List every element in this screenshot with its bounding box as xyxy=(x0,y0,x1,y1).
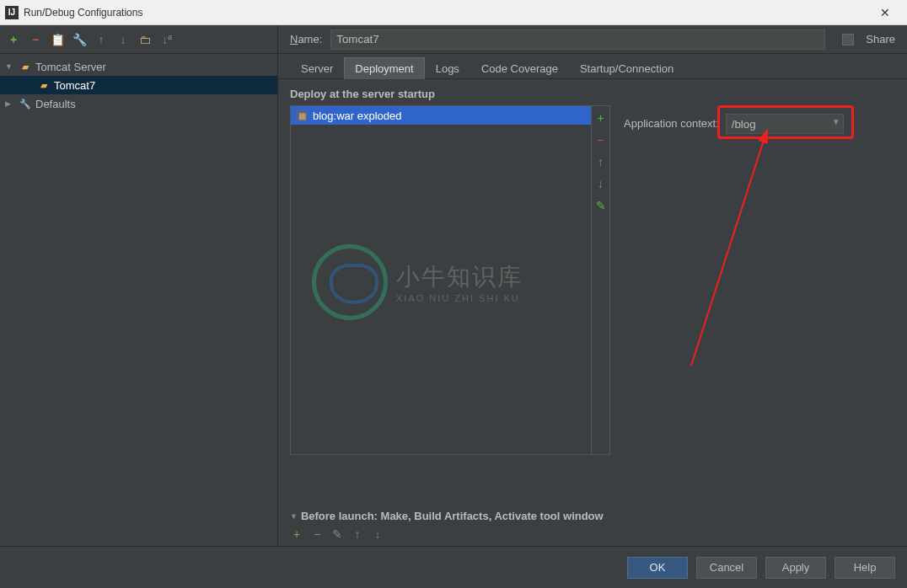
expand-arrow-icon[interactable]: ▶ xyxy=(5,99,15,108)
name-label: Name: xyxy=(290,33,322,45)
configurations-sidebar: + − 📋 🔧 ↑ ↓ 🗀 ↓ª ▼ ▰ Tomcat Server ▶ ▰ T… xyxy=(0,25,278,546)
add-config-icon[interactable]: + xyxy=(5,31,22,48)
tab-server[interactable]: Server xyxy=(290,57,344,79)
folder-icon[interactable]: 🗀 xyxy=(137,31,153,48)
config-tree[interactable]: ▼ ▰ Tomcat Server ▶ ▰ Tomcat7 ▶ 🔧 Defaul… xyxy=(0,54,277,116)
artifact-side-buttons: + − ↑ ↓ ✎ xyxy=(591,106,609,454)
name-row: Name: Share xyxy=(278,25,907,54)
artifact-list[interactable]: ▦ blog:war exploded xyxy=(291,106,591,454)
tab-deployment[interactable]: Deployment xyxy=(344,57,424,79)
before-launch-title: Before launch: Make, Build Artifacts, Ac… xyxy=(301,510,604,522)
sidebar-toolbar: + − 📋 🔧 ↑ ↓ 🗀 ↓ª xyxy=(0,25,277,54)
tree-label: Defaults xyxy=(35,98,76,110)
tree-item-tomcat-server[interactable]: ▼ ▰ Tomcat Server xyxy=(0,57,277,76)
move-artifact-up-icon[interactable]: ↑ xyxy=(594,155,608,168)
application-context-input[interactable] xyxy=(726,114,844,134)
artifact-label: blog:war exploded xyxy=(313,110,402,122)
wrench-icon: 🔧 xyxy=(19,97,32,110)
tree-item-tomcat7[interactable]: ▶ ▰ Tomcat7 xyxy=(0,76,277,94)
application-context-label: Application context: xyxy=(624,114,719,130)
tree-label: Tomcat Server xyxy=(35,61,106,73)
before-launch-down-icon[interactable]: ↓ xyxy=(371,527,384,541)
move-down-icon[interactable]: ↓ xyxy=(115,31,131,48)
tree-item-defaults[interactable]: ▶ 🔧 Defaults xyxy=(0,94,277,113)
dialog-button-bar: OK Cancel Apply Help xyxy=(0,546,907,588)
window-titlebar: IJ Run/Debug Configurations ✕ xyxy=(0,0,907,25)
close-icon[interactable]: ✕ xyxy=(868,0,902,25)
before-launch-edit-icon[interactable]: ✎ xyxy=(330,527,344,541)
move-up-icon[interactable]: ↑ xyxy=(93,31,110,48)
tree-label: Tomcat7 xyxy=(54,79,95,92)
tomcat-icon: ▰ xyxy=(37,78,51,92)
window-title: Run/Debug Configurations xyxy=(24,7,868,19)
tab-logs[interactable]: Logs xyxy=(425,57,470,79)
app-icon: IJ xyxy=(5,6,19,19)
move-artifact-down-icon[interactable]: ↓ xyxy=(594,177,608,190)
config-name-input[interactable] xyxy=(330,29,825,50)
edit-artifact-icon[interactable]: ✎ xyxy=(594,199,608,212)
before-launch-add-icon[interactable]: + xyxy=(290,527,303,541)
share-label: Share xyxy=(866,33,895,45)
share-checkbox[interactable] xyxy=(842,34,854,45)
apply-button[interactable]: Apply xyxy=(765,557,826,579)
tab-startup-connection[interactable]: Startup/Connection xyxy=(569,57,684,79)
cancel-button[interactable]: Cancel xyxy=(696,557,757,579)
add-artifact-icon[interactable]: + xyxy=(594,111,608,125)
sort-icon[interactable]: ↓ª xyxy=(158,31,175,48)
before-launch-remove-icon[interactable]: − xyxy=(310,527,324,541)
deploy-section-title: Deploy at the server startup xyxy=(290,88,895,100)
ok-button[interactable]: OK xyxy=(627,557,688,579)
expand-arrow-icon[interactable]: ▼ xyxy=(5,62,15,71)
application-context-area: Application context: ▼ xyxy=(624,105,844,494)
help-button[interactable]: Help xyxy=(835,557,895,579)
tomcat-icon: ▰ xyxy=(19,60,32,73)
chevron-down-icon[interactable]: ▼ xyxy=(832,117,840,126)
artifact-icon: ▦ xyxy=(296,110,308,121)
collapse-arrow-icon[interactable]: ▼ xyxy=(290,512,298,521)
config-tabs: Server Deployment Logs Code Coverage Sta… xyxy=(278,54,907,79)
tab-code-coverage[interactable]: Code Coverage xyxy=(470,57,569,79)
remove-config-icon[interactable]: − xyxy=(27,31,44,48)
config-detail-panel: Name: Share Server Deployment Logs Code … xyxy=(278,25,907,546)
edit-defaults-icon[interactable]: 🔧 xyxy=(71,31,88,48)
copy-config-icon[interactable]: 📋 xyxy=(49,31,66,48)
deployment-tab-content: Deploy at the server startup ▦ blog:war … xyxy=(278,79,907,503)
before-launch-section: ▼ Before launch: Make, Build Artifacts, … xyxy=(278,510,907,546)
before-launch-up-icon[interactable]: ↑ xyxy=(351,527,364,541)
artifact-item[interactable]: ▦ blog:war exploded xyxy=(291,106,591,125)
artifact-list-container: ▦ blog:war exploded + − ↑ ↓ ✎ xyxy=(290,105,610,455)
remove-artifact-icon[interactable]: − xyxy=(594,133,608,147)
